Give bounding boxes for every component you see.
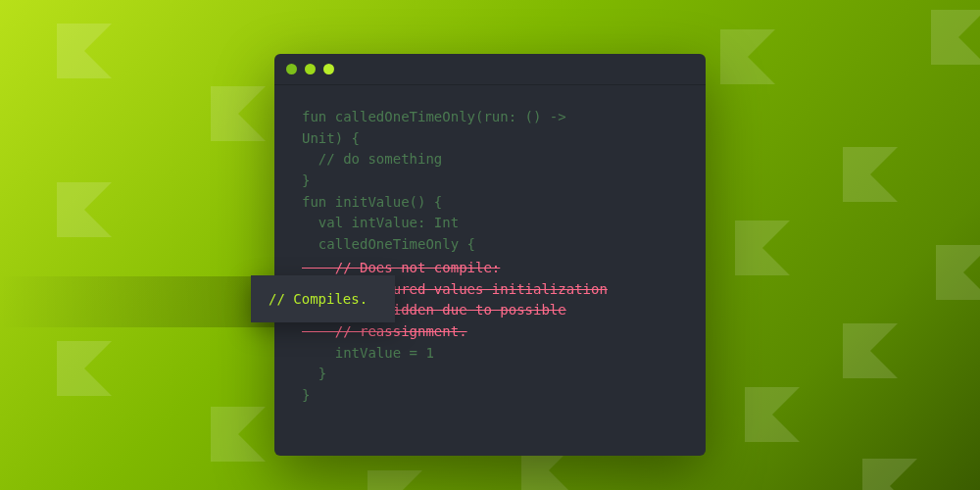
kotlin-logo-icon bbox=[843, 147, 898, 202]
code-line: Unit) { bbox=[302, 128, 678, 150]
terminal-titlebar bbox=[274, 54, 706, 85]
kotlin-logo-icon bbox=[57, 24, 112, 78]
code-line: val intValue: Int bbox=[302, 213, 678, 234]
kotlin-logo-icon bbox=[862, 459, 917, 490]
terminal-window: fun calledOneTimeOnly(run: () -> Unit) {… bbox=[274, 54, 706, 456]
terminal-body: fun calledOneTimeOnly(run: () -> Unit) {… bbox=[274, 85, 706, 428]
window-control-close-icon[interactable] bbox=[286, 64, 297, 74]
error-line: // reassignment. bbox=[302, 321, 678, 343]
code-line: // do something bbox=[302, 149, 678, 171]
compiles-callout: // Compiles. bbox=[251, 275, 395, 322]
code-line: fun calledOneTimeOnly(run: () -> bbox=[302, 107, 678, 128]
kotlin-logo-icon bbox=[57, 182, 112, 237]
kotlin-logo-icon bbox=[211, 86, 266, 141]
kotlin-logo-icon bbox=[936, 245, 980, 300]
kotlin-logo-icon bbox=[57, 341, 112, 396]
kotlin-logo-icon bbox=[211, 407, 266, 462]
kotlin-logo-icon bbox=[735, 220, 790, 275]
code-line: } bbox=[302, 385, 678, 407]
window-control-minimize-icon[interactable] bbox=[305, 64, 316, 74]
code-line: } bbox=[302, 171, 678, 192]
code-line: intValue = 1 bbox=[302, 343, 678, 365]
compiles-text: // Compiles. bbox=[269, 291, 368, 307]
kotlin-logo-icon bbox=[843, 323, 898, 378]
code-line: fun initValue() { bbox=[302, 192, 678, 214]
kotlin-logo-icon bbox=[720, 29, 775, 84]
code-line: calledOneTimeOnly { bbox=[302, 234, 678, 256]
kotlin-logo-icon bbox=[745, 387, 800, 442]
kotlin-logo-icon bbox=[931, 10, 980, 65]
code-line: } bbox=[302, 364, 678, 385]
kotlin-logo-icon bbox=[368, 470, 422, 490]
window-control-zoom-icon[interactable] bbox=[323, 64, 334, 74]
